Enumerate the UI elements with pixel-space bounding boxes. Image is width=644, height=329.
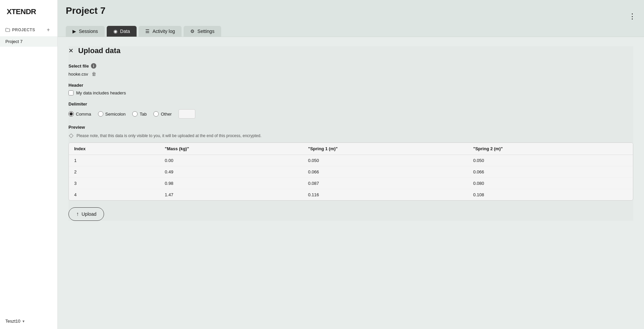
table-cell: 0.050 bbox=[303, 155, 468, 166]
header-checkbox[interactable] bbox=[68, 90, 73, 95]
upload-button[interactable]: ↑ Upload bbox=[68, 207, 104, 221]
delimiter-option-tab[interactable]: Tab bbox=[132, 111, 147, 117]
delimiter-label: Delimiter bbox=[68, 101, 633, 107]
file-row: hooke.csv 🗑 bbox=[68, 71, 633, 77]
table-cell: 0.087 bbox=[303, 178, 468, 189]
projects-header: PROJECTS + bbox=[0, 24, 57, 36]
upload-panel: ✕ Upload data Select file i hooke.csv 🗑 … bbox=[68, 46, 633, 221]
delimiter-label-semicolon: Semicolon bbox=[105, 112, 126, 117]
preview-label: Preview bbox=[68, 125, 633, 130]
table-row: 41.470.1160.108 bbox=[69, 189, 633, 201]
table-column-header: "Spring 1 (m)" bbox=[303, 143, 468, 155]
table-column-header: Index bbox=[69, 143, 159, 155]
user-menu[interactable]: Teszt10 ▾ bbox=[0, 313, 57, 329]
panel-title-row: ✕ Upload data bbox=[68, 46, 633, 55]
table-cell: 0.49 bbox=[159, 166, 303, 178]
table-cell: 1.47 bbox=[159, 189, 303, 201]
settings-tab-label: Settings bbox=[197, 29, 214, 34]
delimiter-label-other: Other bbox=[161, 112, 172, 117]
table-row: 30.980.0870.080 bbox=[69, 178, 633, 189]
sessions-tab-icon: ▶ bbox=[72, 29, 76, 34]
tab-bar: ▶Sessions◉Data☰Activity log⚙Settings bbox=[66, 26, 221, 37]
data-tab-icon: ◉ bbox=[113, 29, 117, 34]
delimiter-section: Delimiter CommaSemicolonTabOther bbox=[68, 101, 633, 119]
delimiter-other-input[interactable] bbox=[179, 109, 195, 119]
data-table: Index"Mass (kg)""Spring 1 (m)""Spring 2 … bbox=[69, 143, 633, 200]
header-checkbox-row: My data includes headers bbox=[68, 90, 633, 95]
info-icon: i bbox=[91, 63, 96, 69]
table-header: Index"Mass (kg)""Spring 1 (m)""Spring 2 … bbox=[69, 143, 633, 155]
table-header-row: Index"Mass (kg)""Spring 1 (m)""Spring 2 … bbox=[69, 143, 633, 155]
main-area: Project 7 ▶Sessions◉Data☰Activity log⚙Se… bbox=[58, 0, 644, 329]
delimiter-option-other[interactable]: Other bbox=[153, 111, 172, 117]
panel-title: Upload data bbox=[78, 46, 120, 55]
table-cell: 0.066 bbox=[303, 166, 468, 178]
add-project-button[interactable]: + bbox=[45, 26, 52, 34]
preview-note-text: Please note, that this data is only visi… bbox=[77, 133, 261, 138]
preview-note: Please note, that this data is only visi… bbox=[68, 133, 633, 138]
table-row: 20.490.0660.066 bbox=[69, 166, 633, 178]
delimiter-radio-tab[interactable] bbox=[132, 111, 138, 117]
project-title: Project 7 bbox=[66, 5, 105, 16]
data-tab-label: Data bbox=[120, 29, 130, 34]
table-cell: 0.116 bbox=[303, 189, 468, 201]
settings-tab-icon: ⚙ bbox=[190, 29, 195, 34]
table-row: 10.000.0500.050 bbox=[69, 155, 633, 166]
header-checkbox-label: My data includes headers bbox=[76, 90, 126, 95]
delimiter-radio-group: CommaSemicolonTabOther bbox=[68, 109, 633, 119]
delimiter-radio-other[interactable] bbox=[153, 111, 159, 117]
logo-text: XTENDR bbox=[7, 7, 36, 16]
header-menu-button[interactable]: ⋮ bbox=[629, 12, 636, 21]
logo: XTENDR bbox=[0, 0, 57, 24]
preview-section: Preview Please note, that this data is o… bbox=[68, 125, 633, 201]
tab-activity-log[interactable]: ☰Activity log bbox=[139, 26, 182, 37]
diamond-icon bbox=[68, 133, 74, 138]
delimiter-radio-comma[interactable] bbox=[68, 111, 74, 117]
sidebar: XTENDR PROJECTS + Project 7 Teszt10 ▾ bbox=[0, 0, 58, 329]
table-cell: 2 bbox=[69, 166, 159, 178]
file-name: hooke.csv bbox=[68, 72, 88, 77]
delimiter-label-tab: Tab bbox=[140, 112, 147, 117]
folder-icon bbox=[5, 28, 10, 32]
table-cell: 0.98 bbox=[159, 178, 303, 189]
projects-label: PROJECTS bbox=[5, 28, 35, 32]
table-cell: 0.108 bbox=[468, 189, 633, 201]
delimiter-radio-semicolon[interactable] bbox=[98, 111, 103, 117]
activity-log-tab-icon: ☰ bbox=[145, 29, 150, 34]
activity-log-tab-label: Activity log bbox=[152, 29, 175, 34]
tab-data[interactable]: ◉Data bbox=[107, 26, 137, 37]
data-table-wrapper: Index"Mass (kg)""Spring 1 (m)""Spring 2 … bbox=[68, 142, 633, 201]
table-cell: 0.00 bbox=[159, 155, 303, 166]
table-column-header: "Mass (kg)" bbox=[159, 143, 303, 155]
table-column-header: "Spring 2 (m)" bbox=[468, 143, 633, 155]
close-button[interactable]: ✕ bbox=[68, 47, 73, 54]
upload-button-label: Upload bbox=[82, 211, 96, 217]
sessions-tab-label: Sessions bbox=[79, 29, 98, 34]
delimiter-label-comma: Comma bbox=[76, 112, 91, 117]
table-cell: 3 bbox=[69, 178, 159, 189]
chevron-down-icon: ▾ bbox=[22, 319, 24, 324]
header-section: Header My data includes headers bbox=[68, 83, 633, 95]
select-file-section: Select file i hooke.csv 🗑 bbox=[68, 63, 633, 77]
user-name: Teszt10 bbox=[5, 319, 20, 324]
delimiter-option-comma[interactable]: Comma bbox=[68, 111, 91, 117]
table-body: 10.000.0500.05020.490.0660.06630.980.087… bbox=[69, 155, 633, 201]
table-cell: 4 bbox=[69, 189, 159, 201]
delimiter-option-semicolon[interactable]: Semicolon bbox=[98, 111, 126, 117]
delete-file-button[interactable]: 🗑 bbox=[92, 71, 96, 77]
table-cell: 0.066 bbox=[468, 166, 633, 178]
table-cell: 0.050 bbox=[468, 155, 633, 166]
header-label: Header bbox=[68, 83, 633, 88]
content-area: ✕ Upload data Select file i hooke.csv 🗑 … bbox=[58, 37, 644, 329]
header-wrapper: Project 7 ▶Sessions◉Data☰Activity log⚙Se… bbox=[58, 0, 644, 37]
tab-sessions[interactable]: ▶Sessions bbox=[66, 26, 105, 37]
select-file-label: Select file i bbox=[68, 63, 633, 69]
table-cell: 0.080 bbox=[468, 178, 633, 189]
upload-arrow-icon: ↑ bbox=[76, 211, 79, 217]
tab-settings[interactable]: ⚙Settings bbox=[184, 26, 221, 37]
table-cell: 1 bbox=[69, 155, 159, 166]
header: Project 7 ▶Sessions◉Data☰Activity log⚙Se… bbox=[58, 0, 644, 37]
sidebar-item-project7[interactable]: Project 7 bbox=[0, 36, 57, 47]
